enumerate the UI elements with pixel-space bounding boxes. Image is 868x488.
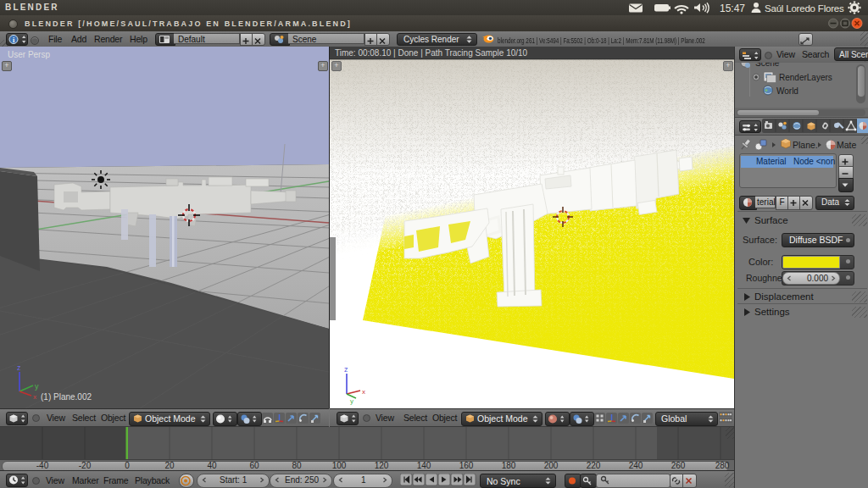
- svg-text:Scene: Scene: [755, 63, 780, 68]
- svg-text:Plane.: Plane.: [793, 140, 818, 150]
- svg-text:y: y: [350, 397, 353, 405]
- svg-text:x: x: [362, 388, 365, 396]
- svg-text:-40: -40: [36, 461, 49, 470]
- svg-text:80: 80: [292, 461, 302, 470]
- svg-text:0: 0: [125, 461, 130, 470]
- svg-text:40: 40: [207, 461, 217, 470]
- svg-text:120: 120: [375, 461, 389, 470]
- svg-text:60: 60: [249, 461, 259, 470]
- svg-text:260: 260: [671, 461, 686, 470]
- svg-text:240: 240: [629, 461, 643, 470]
- svg-text:z: z: [17, 363, 21, 372]
- svg-text:z: z: [344, 365, 348, 374]
- svg-text:World: World: [776, 86, 798, 96]
- svg-text:y: y: [35, 382, 39, 391]
- svg-text:280: 280: [715, 461, 730, 470]
- svg-text:RenderLayers: RenderLayers: [779, 73, 832, 82]
- svg-text:200: 200: [544, 461, 559, 470]
- svg-text:220: 220: [587, 461, 601, 470]
- svg-text:-20: -20: [79, 461, 92, 470]
- svg-text:20: 20: [164, 461, 175, 470]
- svg-text:x: x: [33, 393, 36, 401]
- svg-text:160: 160: [459, 461, 474, 470]
- svg-text:180: 180: [502, 461, 516, 470]
- svg-text:100: 100: [332, 461, 347, 470]
- svg-text:140: 140: [417, 461, 431, 470]
- svg-text:Mate: Mate: [837, 140, 857, 150]
